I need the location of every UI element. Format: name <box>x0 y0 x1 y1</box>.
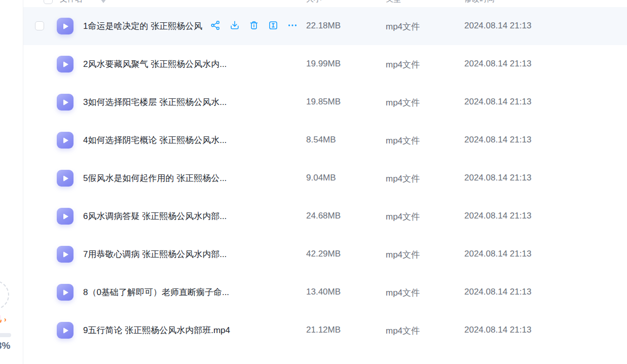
play-icon <box>63 251 68 258</box>
video-file-icon <box>57 132 73 149</box>
file-name[interactable]: 9五行简论 张正熙杨公风水内部班.mp4 <box>83 324 255 337</box>
storage-upgrade-label: 己 <box>0 313 3 325</box>
row-checkbox[interactable] <box>35 21 44 30</box>
rename-icon[interactable] <box>268 20 279 31</box>
table-row[interactable]: 5假风水是如何起作用的 张正熙杨公... 9.04MB mp4文件 2024.0… <box>23 159 627 197</box>
file-size: 8.54MB <box>306 135 336 145</box>
file-size: 24.68MB <box>306 211 341 221</box>
play-icon <box>63 327 68 334</box>
video-file-icon <box>57 18 73 34</box>
video-file-icon <box>57 322 73 339</box>
play-icon <box>63 289 68 296</box>
column-header-size[interactable]: 大小 <box>306 0 321 4</box>
table-row[interactable]: 3如何选择阳宅楼层 张正熙杨公风水... 19.85MB mp4文件 2024.… <box>23 83 627 121</box>
video-file-icon <box>57 94 73 111</box>
more-dots-icon[interactable] <box>287 20 298 31</box>
table-row[interactable]: 8（0基础了解即可）老师直断瘸子命... 13.40MB mp4文件 2024.… <box>23 273 627 311</box>
file-size: 19.99MB <box>306 59 341 69</box>
storage-upgrade-link[interactable]: 己› <box>0 313 7 325</box>
file-name[interactable]: 6风水调病答疑 张正熙杨公风水内部... <box>83 210 255 223</box>
file-type: mp4文件 <box>386 287 420 299</box>
play-icon <box>63 175 68 181</box>
file-modified: 2024.08.14 21:13 <box>464 173 531 183</box>
file-size: 9.04MB <box>306 173 336 183</box>
table-row[interactable]: 7用恭敬心调病 张正熙杨公风水内部... 42.29MB mp4文件 2024.… <box>23 235 627 273</box>
file-size: 13.40MB <box>306 287 341 297</box>
table-row[interactable]: 6风水调病答疑 张正熙杨公风水内部... 24.68MB mp4文件 2024.… <box>23 197 627 235</box>
row-hover-actions <box>210 20 298 31</box>
file-name[interactable]: 1命运是啥决定的 张正熙杨公风 <box>83 20 207 32</box>
file-modified: 2024.08.14 21:13 <box>464 21 531 31</box>
file-type: mp4文件 <box>386 21 420 32</box>
sidebar: 己› 3% <box>0 0 23 364</box>
file-modified: 2024.08.14 21:13 <box>464 211 531 221</box>
video-file-icon <box>57 170 73 187</box>
table-row[interactable]: 1命运是啥决定的 张正熙杨公风 <box>23 7 627 45</box>
file-type: mp4文件 <box>386 135 420 147</box>
file-modified: 2024.08.14 21:13 <box>464 135 531 145</box>
file-name[interactable]: 8（0基础了解即可）老师直断瘸子命... <box>83 286 255 299</box>
caret-down-icon[interactable] <box>100 0 106 3</box>
trash-icon[interactable] <box>248 20 260 31</box>
play-icon <box>63 213 68 220</box>
file-size: 19.85MB <box>306 97 341 107</box>
share-icon[interactable] <box>210 20 221 31</box>
file-manager-window: 己› 3% 文件名 大小 类型 修改时间 1命运是啥决定的 张正熙杨公风 <box>0 0 627 364</box>
file-modified: 2024.08.14 21:13 <box>464 59 531 69</box>
chevron-right-icon: › <box>4 315 7 323</box>
column-header-modified[interactable]: 修改时间 <box>464 0 495 4</box>
video-file-icon <box>57 208 73 225</box>
table-row[interactable]: 4如何选择阴宅概论 张正熙杨公风水... 8.54MB mp4文件 2024.0… <box>23 121 627 159</box>
play-icon <box>63 61 68 67</box>
file-type: mp4文件 <box>386 211 420 223</box>
file-name[interactable]: 2风水要藏风聚气 张正熙杨公风水内... <box>83 58 255 70</box>
select-all-checkbox[interactable] <box>44 0 53 4</box>
file-type: mp4文件 <box>386 325 420 337</box>
file-modified: 2024.08.14 21:13 <box>464 287 531 297</box>
play-icon <box>63 23 68 29</box>
file-modified: 2024.08.14 21:13 <box>464 325 531 335</box>
table-row[interactable]: 9五行简论 张正熙杨公风水内部班.mp4 21.12MB mp4文件 2024.… <box>23 311 627 349</box>
file-name[interactable]: 4如何选择阴宅概论 张正熙杨公风水... <box>83 134 255 147</box>
dashed-circle-decoration <box>0 280 9 310</box>
play-icon <box>63 99 68 105</box>
video-file-icon <box>57 56 73 72</box>
file-name[interactable]: 7用恭敬心调病 张正熙杨公风水内部... <box>83 248 255 261</box>
file-name[interactable]: 3如何选择阳宅楼层 张正熙杨公风水... <box>83 96 255 108</box>
play-icon <box>63 137 68 143</box>
column-header-type[interactable]: 类型 <box>386 0 401 4</box>
file-rows: 1命运是啥决定的 张正熙杨公风 <box>23 7 627 349</box>
file-list-panel: 文件名 大小 类型 修改时间 1命运是啥决定的 张正熙杨公风 <box>23 0 627 364</box>
column-header-name[interactable]: 文件名 <box>60 0 83 4</box>
video-file-icon <box>57 246 73 263</box>
file-modified: 2024.08.14 21:13 <box>464 249 531 259</box>
storage-percent-label: 3% <box>0 340 10 351</box>
storage-progress-bar <box>0 333 11 337</box>
file-size: 21.12MB <box>306 325 341 335</box>
table-row[interactable]: 2风水要藏风聚气 张正熙杨公风水内... 19.99MB mp4文件 2024.… <box>23 45 627 83</box>
file-type: mp4文件 <box>386 97 420 108</box>
video-file-icon <box>57 284 73 301</box>
file-name[interactable]: 5假风水是如何起作用的 张正熙杨公... <box>83 172 255 185</box>
table-header: 文件名 大小 类型 修改时间 <box>23 0 627 8</box>
file-type: mp4文件 <box>386 249 420 261</box>
file-size: 22.18MB <box>306 21 341 31</box>
file-modified: 2024.08.14 21:13 <box>464 97 531 107</box>
file-type: mp4文件 <box>386 173 420 185</box>
file-type: mp4文件 <box>386 59 420 70</box>
file-size: 42.29MB <box>306 249 341 259</box>
download-icon[interactable] <box>229 20 240 31</box>
